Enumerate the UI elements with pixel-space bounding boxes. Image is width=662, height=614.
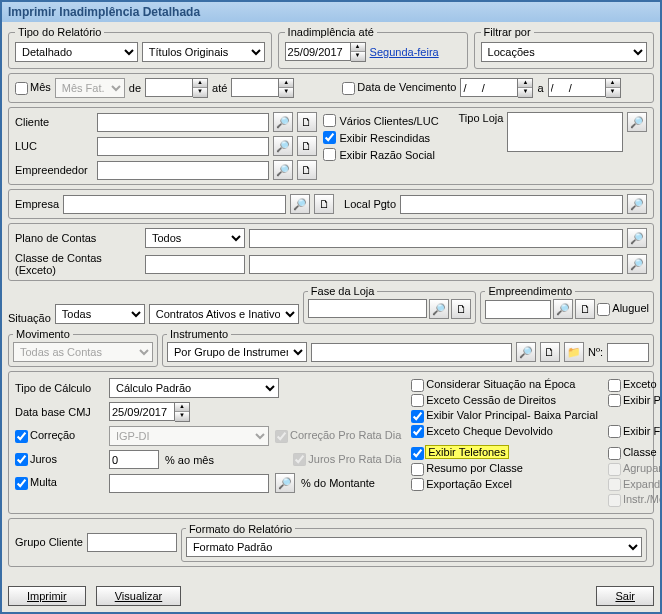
vcto-de-input[interactable]: [460, 78, 518, 97]
juros-checkbox[interactable]: [15, 453, 28, 466]
binoculars-icon[interactable]: 🔎: [290, 194, 310, 214]
folder-icon[interactable]: 📁: [564, 342, 584, 362]
exibir-valor-check[interactable]: Exibir Valor Principal- Baixa Parcial: [411, 409, 598, 423]
varios-clientes-check[interactable]: Vários Clientes/LUC: [323, 114, 453, 127]
instrumento-select[interactable]: Por Grupo de Instrumen: [167, 342, 307, 362]
empreendimento-input[interactable]: [485, 300, 551, 319]
situacao-select[interactable]: Todas: [55, 304, 145, 324]
plano-contas-select[interactable]: Todos: [145, 228, 245, 248]
vcto-ate-input[interactable]: [548, 78, 606, 97]
binoculars-icon[interactable]: 🔎: [627, 112, 647, 132]
fase-loja-input[interactable]: [308, 299, 428, 318]
clear-icon[interactable]: 🗋: [297, 112, 317, 132]
binoculars-icon[interactable]: 🔎: [273, 136, 293, 156]
sair-button[interactable]: Sair: [596, 586, 654, 606]
classe-contas-input[interactable]: [249, 255, 623, 274]
date-spinner[interactable]: ▲▼: [351, 42, 366, 62]
cliente-input[interactable]: [97, 113, 269, 132]
detalhe-select[interactable]: Detalhado: [15, 42, 138, 62]
de-label: de: [129, 82, 141, 94]
mes-ate-input[interactable]: [231, 78, 279, 97]
multa-check[interactable]: Multa: [15, 476, 103, 490]
exc-cheque-check[interactable]: Exceto Cheque Devolvido: [411, 425, 598, 439]
export-excel-check[interactable]: Exportação Excel: [411, 478, 598, 492]
visualizar-button[interactable]: Visualizar: [96, 586, 182, 606]
exibir-telefones-check[interactable]: Exibir Telefones: [411, 446, 598, 460]
day-of-week-link[interactable]: Segunda-feira: [370, 46, 439, 58]
binoculars-icon[interactable]: 🔎: [516, 342, 536, 362]
tipo-calculo-select[interactable]: Cálculo Padrão: [109, 378, 279, 398]
mes-de-spinner[interactable]: ▲▼: [193, 78, 208, 98]
fase-loja-group: Fase da Loja 🔎🗋: [303, 285, 477, 324]
mes-de-input[interactable]: [145, 78, 193, 97]
pct-montante-label: % do Montante: [301, 477, 375, 489]
mes-check-label[interactable]: Mês: [15, 81, 51, 95]
binoculars-icon[interactable]: 🔎: [275, 473, 295, 493]
titulos-select[interactable]: Títulos Originais: [142, 42, 265, 62]
empresa-label: Empresa: [15, 198, 59, 210]
classe-boleto-check[interactable]: Classe Boleto: [608, 446, 660, 460]
binoculars-icon[interactable]: 🔎: [627, 254, 647, 274]
aluguel-checkbox[interactable]: [597, 303, 610, 316]
clear-icon[interactable]: 🗋: [575, 299, 595, 319]
binoculars-icon[interactable]: 🔎: [273, 160, 293, 180]
resumo-classe-check[interactable]: Resumo por Classe: [411, 462, 598, 476]
multa-checkbox[interactable]: [15, 477, 28, 490]
exc-ia-check[interactable]: Exceto IA: [608, 378, 660, 392]
vcto-de-spinner[interactable]: ▲▼: [518, 78, 533, 98]
instrumento-legend: Instrumento: [167, 328, 231, 340]
binoculars-icon[interactable]: 🔎: [553, 299, 573, 319]
contratos-select[interactable]: Contratos Ativos e Inativo: [149, 304, 299, 324]
cliente-label: Cliente: [15, 116, 93, 128]
grupo-cliente-label: Grupo Cliente: [15, 536, 83, 548]
clear-icon[interactable]: 🗋: [297, 160, 317, 180]
luc-input[interactable]: [97, 137, 269, 156]
correcao-checkbox[interactable]: [15, 430, 28, 443]
binoculars-icon[interactable]: 🔎: [627, 228, 647, 248]
formato-select[interactable]: Formato Padrão: [186, 537, 642, 557]
inadimplencia-date-input[interactable]: [285, 42, 351, 61]
clear-icon[interactable]: 🗋: [540, 342, 560, 362]
instrumento-input[interactable]: [311, 343, 512, 362]
vcto-check-label[interactable]: Data de Vencimento: [342, 81, 456, 95]
binoculars-icon[interactable]: 🔎: [429, 299, 449, 319]
exibir-razao-check[interactable]: Exibir Razão Social: [323, 148, 453, 161]
classe-contas-code[interactable]: [145, 255, 245, 274]
exibir-fiadores-check[interactable]: Exibir Fiadores: [608, 425, 660, 439]
filtrar-por-select[interactable]: Locações: [481, 42, 647, 62]
razao-checkbox[interactable]: [323, 148, 336, 161]
juros-check[interactable]: Juros: [15, 453, 103, 467]
clear-icon[interactable]: 🗋: [297, 136, 317, 156]
vcto-ate-spinner[interactable]: ▲▼: [606, 78, 621, 98]
database-input[interactable]: [109, 402, 175, 421]
tipoloja-input[interactable]: [507, 112, 623, 152]
no-input[interactable]: [607, 343, 649, 362]
binoculars-icon[interactable]: 🔎: [627, 194, 647, 214]
correcao-check[interactable]: Correção: [15, 429, 103, 443]
clear-icon[interactable]: 🗋: [451, 299, 471, 319]
juros-input[interactable]: [109, 450, 159, 469]
imprimir-button[interactable]: Imprimir: [8, 586, 86, 606]
mes-checkbox[interactable]: [15, 82, 28, 95]
exc-cessao-check[interactable]: Exceto Cessão de Direitos: [411, 394, 598, 408]
local-pgto-input[interactable]: [400, 195, 623, 214]
empreendedor-input[interactable]: [97, 161, 269, 180]
multa-input[interactable]: [109, 474, 269, 493]
plano-contas-input[interactable]: [249, 229, 623, 248]
tipo-relatorio-legend: Tipo do Relatório: [15, 26, 104, 38]
empresa-input[interactable]: [63, 195, 286, 214]
vcto-checkbox[interactable]: [342, 82, 355, 95]
aluguel-check[interactable]: Aluguel: [597, 302, 649, 316]
rescind-checkbox[interactable]: [323, 131, 336, 144]
database-spinner[interactable]: ▲▼: [175, 402, 190, 422]
sit-epoca-check[interactable]: Considerar Situação na Época: [411, 378, 598, 392]
exibir-rescind-check[interactable]: Exibir Rescindidas: [323, 131, 453, 144]
mes-ate-spinner[interactable]: ▲▼: [279, 78, 294, 98]
varios-checkbox[interactable]: [323, 114, 336, 127]
grupo-cliente-input[interactable]: [87, 533, 177, 552]
exibir-parcial-check[interactable]: Exibir Parcial: [608, 394, 660, 408]
mesfat-select: Mês Fat.: [55, 78, 125, 98]
clear-icon[interactable]: 🗋: [314, 194, 334, 214]
database-label: Data base CMJ: [15, 406, 103, 418]
binoculars-icon[interactable]: 🔎: [273, 112, 293, 132]
